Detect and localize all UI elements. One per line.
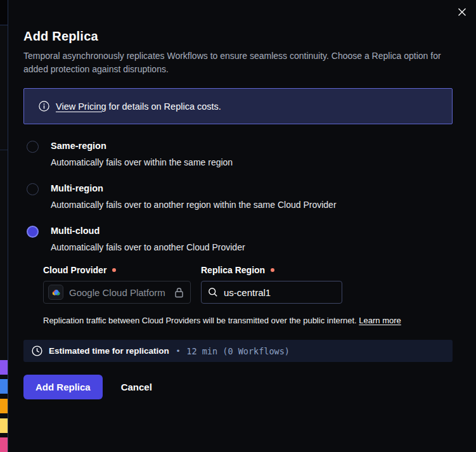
pricing-banner-rest: for details on Replica costs. <box>106 101 221 112</box>
google-cloud-icon <box>48 285 63 300</box>
close-icon <box>457 7 467 17</box>
info-circle-icon <box>39 101 49 112</box>
lock-icon <box>174 287 184 298</box>
radio-multi-cloud[interactable] <box>27 226 39 238</box>
view-pricing-link[interactable]: View Pricing <box>56 101 106 112</box>
radio-label-same-region[interactable]: Same-region <box>51 140 233 152</box>
pricing-banner-text: View Pricing for details on Replica cost… <box>56 101 221 112</box>
radio-multi-region[interactable] <box>27 183 39 195</box>
required-indicator <box>271 268 274 272</box>
radio-same-region[interactable] <box>27 141 39 153</box>
note-text: Replication traffic between Cloud Provid… <box>43 316 359 325</box>
cancel-button[interactable]: Cancel <box>109 375 164 399</box>
background-color-chip-blue <box>0 379 8 394</box>
replica-region-label-text: Replica Region <box>201 265 265 275</box>
radio-option-multi-region[interactable]: Multi-region Automatically fails over to… <box>27 183 453 211</box>
radio-desc-multi-cloud: Automatically fails over to another Clou… <box>51 242 245 254</box>
cloud-provider-value: Google Cloud Platform <box>69 287 169 298</box>
estimate-value: 12 min (0 Workflows) <box>186 346 290 356</box>
estimate-separator: • <box>177 346 180 356</box>
modal-title: Add Replica <box>23 29 453 44</box>
background-color-chip-purple <box>0 360 8 375</box>
search-icon <box>208 287 218 297</box>
add-replica-button[interactable]: Add Replica <box>23 375 103 399</box>
radio-label-multi-cloud[interactable]: Multi-cloud <box>51 225 245 237</box>
estimated-time-banner: Estimated time for replication • 12 min … <box>23 340 453 362</box>
background-color-chip-yellow <box>0 418 8 433</box>
radio-label-multi-region[interactable]: Multi-region <box>51 183 337 195</box>
estimate-label: Estimated time for replication <box>49 346 169 356</box>
clock-icon <box>32 345 42 356</box>
replica-option-group: Same-region Automatically fails over wit… <box>27 140 453 254</box>
close-button[interactable] <box>456 6 468 18</box>
required-indicator <box>112 268 116 272</box>
replica-region-input[interactable]: us-central1 <box>201 281 342 304</box>
modal-actions: Add Replica Cancel <box>23 375 453 399</box>
replica-region-label: Replica Region <box>201 265 342 275</box>
background-color-chip-orange <box>0 399 8 413</box>
add-replica-modal: Add Replica Temporal asynchronously repl… <box>8 0 476 452</box>
public-internet-note: Replication traffic between Cloud Provid… <box>43 316 453 325</box>
cloud-provider-label-text: Cloud Provider <box>43 265 106 275</box>
multi-cloud-form: Cloud Provider <box>43 265 453 304</box>
replica-region-value: us-central1 <box>224 287 271 298</box>
radio-option-same-region[interactable]: Same-region Automatically fails over wit… <box>27 140 453 169</box>
pricing-info-banner: View Pricing for details on Replica cost… <box>23 88 453 124</box>
radio-desc-multi-region: Automatically fails over to another regi… <box>51 199 337 211</box>
modal-description: Temporal asynchronously replicates Workf… <box>23 49 444 76</box>
cloud-provider-field: Google Cloud Platform <box>43 281 191 304</box>
radio-desc-same-region: Automatically fails over within the same… <box>51 157 233 169</box>
radio-option-multi-cloud[interactable]: Multi-cloud Automatically fails over to … <box>27 225 453 254</box>
cloud-provider-label: Cloud Provider <box>43 265 191 275</box>
background-color-chip-pink <box>0 437 8 452</box>
learn-more-link[interactable]: Learn more <box>359 316 401 325</box>
